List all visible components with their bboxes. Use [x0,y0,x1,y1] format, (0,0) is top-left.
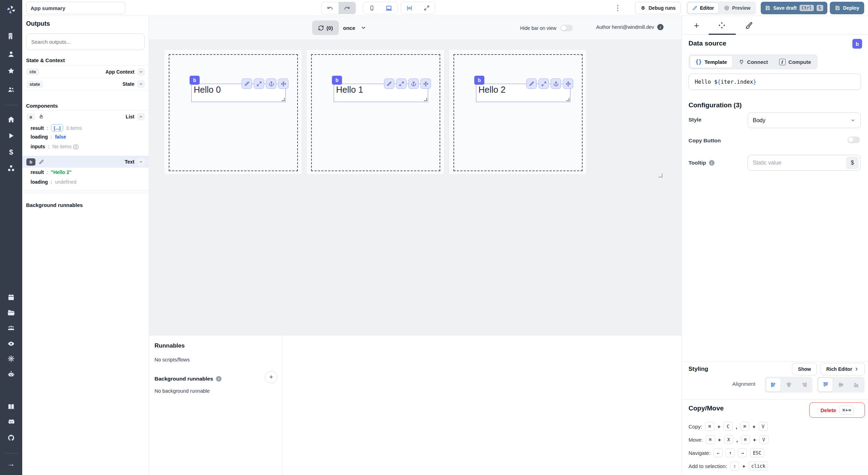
ai-robot-icon[interactable] [7,370,15,378]
resize-handle[interactable] [424,98,427,101]
save-draft-button[interactable]: Save draft Ctrl S [761,2,827,14]
anchor-icon[interactable] [551,78,561,89]
diamonds-icon [718,22,726,29]
anchor-icon[interactable] [408,78,419,89]
add-background-runnable-button[interactable]: + [265,371,277,383]
tooltip-input[interactable]: Static value $ [748,155,861,171]
alignment-label: Alignment [732,381,756,387]
rich-editor-button[interactable]: Rich Editor [820,363,865,375]
anchor-icon[interactable] [266,78,276,89]
delete-component-button[interactable]: Delete ⌘+⌫ [809,402,865,418]
list-cell-0[interactable]: b Hello 0 [164,49,302,175]
state-row[interactable]: state State [22,78,149,90]
favorites-star-icon[interactable] [7,67,15,75]
align-center-h-icon[interactable] [781,378,796,392]
hide-bar-toggle[interactable] [560,25,573,31]
align-top-icon[interactable] [818,378,833,392]
mobile-view-icon[interactable] [363,2,380,14]
move-icon[interactable] [420,78,431,89]
fullwidth-expand-icon[interactable] [418,2,435,14]
align-right-icon[interactable] [796,378,811,392]
expand-icon[interactable] [539,78,549,89]
ctx-row[interactable]: ctx App Context [22,65,149,78]
align-left-icon[interactable] [766,378,781,392]
audit-logs-eye-icon[interactable] [7,340,15,348]
redo-button[interactable] [339,2,356,14]
github-icon[interactable] [7,434,15,442]
text-component-1[interactable]: b Hello 1 [334,84,428,102]
author-info-icon[interactable]: i [657,24,663,30]
windmill-logo[interactable] [6,5,16,15]
preview-tab[interactable]: Preview [719,2,755,14]
variables-icon[interactable]: $ [9,148,13,156]
component-b-chevron-up-icon[interactable] [137,158,145,166]
runs-icon[interactable] [7,132,15,140]
home-icon[interactable] [7,116,15,123]
groups-icon[interactable] [7,86,15,93]
ctx-chevron-down-icon[interactable] [137,68,145,76]
edit-pencil-icon[interactable] [39,159,44,165]
resize-handle[interactable] [566,98,569,101]
undo-button[interactable] [322,2,339,14]
edit-pencil-icon[interactable] [242,78,252,89]
component-a-row[interactable]: a List [22,110,149,123]
folders-icon[interactable] [7,309,15,317]
discord-icon[interactable] [7,418,15,426]
collapse-sidebar-arrow-icon[interactable]: → [7,460,15,468]
resources-icon[interactable] [7,165,15,172]
center-content-icon[interactable] [401,2,418,14]
align-bottom-icon[interactable] [849,378,863,392]
grid-resize-handle[interactable] [659,174,662,177]
schedules-icon[interactable] [7,293,15,301]
show-styling-button[interactable]: Show [792,363,817,375]
desktop-view-icon[interactable] [380,2,397,14]
theme-tab[interactable] [738,16,759,35]
component-b-row[interactable]: b Text [22,156,149,168]
resize-handle[interactable] [282,98,285,101]
connect-tab[interactable]: Connect [733,56,773,68]
runnables-title: Runnables [155,342,185,349]
text-component-0[interactable]: b Hello 0 [191,84,286,102]
edit-pencil-icon[interactable] [384,78,394,89]
inspector-panel: + Data source b {} Template Connect ƒ Co… [682,16,868,475]
style-select[interactable]: Body [748,112,861,128]
tooltip-info-icon[interactable]: i [709,160,715,166]
editor-tab[interactable]: Editor [687,2,719,14]
state-chevron-down-icon[interactable] [137,80,145,88]
template-expression-input[interactable]: Hello ${iter.index} [688,74,861,90]
static-value-type-button[interactable]: $ [846,157,859,169]
workers-icon[interactable] [7,324,15,332]
expand-icon[interactable] [396,78,407,89]
list-cell-2[interactable]: b Hello 2 [449,49,587,175]
align-middle-icon[interactable] [833,378,848,392]
debug-runs-button[interactable]: Debug runs [635,2,681,14]
insert-component-tab[interactable]: + [686,16,707,35]
docs-book-icon[interactable] [7,403,15,411]
template-tab[interactable]: {} Template [690,56,733,68]
expand-array-chip[interactable]: [...] [51,124,64,132]
refresh-mode-select[interactable]: once [343,22,366,34]
edit-pencil-icon[interactable] [526,78,537,89]
move-icon[interactable] [278,78,289,89]
move-icon[interactable] [563,78,573,89]
compute-tab[interactable]: ƒ Compute [774,56,816,68]
component-settings-tab[interactable] [711,16,732,35]
more-menu-icon[interactable]: ⋮ [614,3,621,13]
copy-button-toggle[interactable] [848,136,860,143]
search-outputs-input[interactable] [26,33,145,50]
workspace-icon[interactable] [7,32,15,40]
a-loading-row: loading: false [31,134,66,140]
refresh-all-button[interactable]: (0) [312,20,339,35]
component-toolbar-2 [526,78,573,89]
component-a-type: List [126,114,134,119]
settings-gear-icon[interactable] [7,355,15,362]
expand-icon[interactable] [254,78,264,89]
user-icon[interactable] [7,50,15,58]
app-summary-input[interactable] [26,2,125,14]
component-a-chevron-up-icon[interactable] [137,113,145,120]
list-cell-1[interactable]: b Hello 1 [306,49,444,175]
text-component-2[interactable]: b Hello 2 [476,84,570,102]
canvas-grid[interactable]: b Hello 0 b [149,40,682,335]
info-icon[interactable]: i [216,376,222,382]
deploy-button[interactable]: Deploy [830,2,864,14]
